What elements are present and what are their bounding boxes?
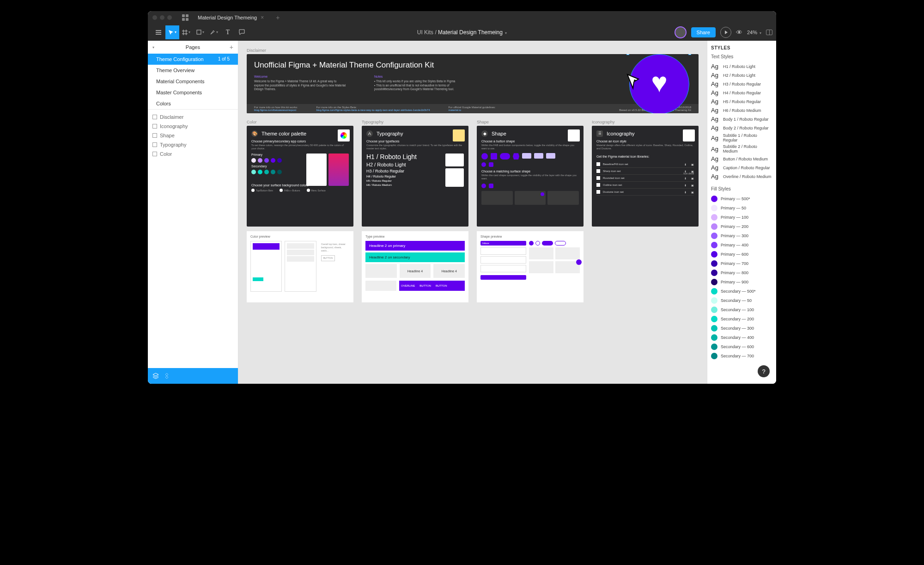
download-icon[interactable]: ⬇	[684, 163, 687, 166]
download-icon[interactable]: ⬇	[684, 184, 687, 187]
frame-label-disclaimer[interactable]: Disclaimer	[247, 48, 699, 53]
swatch-icon	[711, 288, 717, 295]
file-tab[interactable]: Material Design Themeing ×	[193, 12, 268, 24]
text-style-row[interactable]: AgH2 / Roboto Light	[711, 71, 772, 80]
fill-style-row[interactable]: Secondary — 200	[711, 314, 772, 324]
text-style-row[interactable]: AgH6 / Roboto Medium	[711, 106, 772, 115]
user-avatar[interactable]	[675, 26, 687, 38]
fill-style-row[interactable]: Primary — 200	[711, 222, 772, 231]
fill-style-row[interactable]: Secondary — 500*	[711, 287, 772, 296]
swatch-icon	[711, 297, 717, 304]
svg-point-1	[634, 80, 636, 81]
fill-style-row[interactable]: Secondary — 600	[711, 342, 772, 351]
layer-item-typography[interactable]: Typography	[148, 140, 238, 149]
frame-color[interactable]: 🎨Theme color palette Choose primary/seco…	[247, 126, 353, 227]
text-style-row[interactable]: AgCaption / Roboto Regular	[711, 163, 772, 172]
icon-glyph	[596, 162, 600, 166]
pen-tool[interactable]: ▾	[207, 25, 221, 39]
menu-button[interactable]	[152, 25, 165, 39]
fill-style-row[interactable]: Secondary — 700	[711, 351, 772, 361]
layers-icon[interactable]	[152, 373, 159, 379]
add-page-button[interactable]: +	[230, 43, 233, 51]
text-style-row[interactable]: AgSubtitle 2 / Roboto Medium	[711, 143, 772, 154]
breadcrumb[interactable]: UI Kits / Material Design Themeing ▾	[417, 29, 507, 36]
icon-set-row[interactable]: Duotone icon set⬇▣	[596, 189, 694, 196]
pages-header[interactable]: Pages +	[148, 41, 238, 54]
fill-style-row[interactable]: Secondary — 300	[711, 324, 772, 333]
layer-item-disclaimer[interactable]: Disclaimer	[148, 112, 238, 122]
fill-style-row[interactable]: Secondary — 400	[711, 333, 772, 342]
text-style-row[interactable]: AgSubtitle 1 / Roboto Regular	[711, 132, 772, 143]
fill-style-row[interactable]: Primary — 600	[711, 250, 772, 259]
text-style-row[interactable]: AgBody 2 / Roboto Regular	[711, 123, 772, 132]
text-style-row[interactable]: AgButton / Roboto Medium	[711, 154, 772, 163]
share-button[interactable]: Share	[691, 27, 716, 37]
home-grid-icon[interactable]	[182, 14, 188, 21]
icon-set-row[interactable]: Sharp icon set⬇▣	[596, 168, 694, 175]
open-icon[interactable]: ▣	[691, 190, 694, 194]
frame-label-typography[interactable]: Typography	[362, 120, 468, 124]
layer-item-iconography[interactable]: Iconography	[148, 122, 238, 131]
open-icon[interactable]: ▣	[691, 163, 694, 166]
icon-set-row[interactable]: Rounded icon set⬇▣	[596, 175, 694, 182]
fill-style-row[interactable]: Primary — 300	[711, 231, 772, 240]
page-item-colors[interactable]: Colors	[148, 98, 238, 109]
open-icon[interactable]: ▣	[691, 177, 694, 180]
frame-label-color[interactable]: Color	[247, 120, 353, 124]
move-tool[interactable]: ▾	[165, 25, 179, 39]
download-icon[interactable]: ⬇	[684, 190, 687, 194]
fill-style-row[interactable]: Primary — 900	[711, 277, 772, 287]
fill-style-row[interactable]: Secondary — 100	[711, 305, 772, 314]
shape-preview-icon	[568, 129, 580, 141]
icon-set-row[interactable]: Baseline/Fill icon set⬇▣	[596, 161, 694, 168]
frame-label-shape[interactable]: Shape	[477, 120, 584, 124]
page-item-master-components[interactable]: Master Components	[148, 87, 238, 98]
view-icon[interactable]: 👁	[736, 29, 742, 36]
fill-style-row[interactable]: Primary — 100	[711, 213, 772, 222]
library-icon[interactable]	[766, 30, 772, 35]
frame-tool[interactable]: ▾	[179, 25, 193, 39]
fill-style-row[interactable]: Primary — 500*	[711, 194, 772, 203]
download-icon[interactable]: ⬇	[684, 177, 687, 180]
text-style-row[interactable]: AgH3 / Roboto Regular	[711, 80, 772, 88]
frame-header[interactable]: Unofficial Figma + Material Theme Config…	[247, 54, 699, 113]
fill-style-row[interactable]: Primary — 400	[711, 240, 772, 250]
open-icon[interactable]: ▣	[691, 184, 694, 187]
text-style-row[interactable]: AgH1 / Roboto Light	[711, 62, 772, 71]
page-item-theme-configuration[interactable]: Theme Configuration1 of 5	[148, 54, 238, 65]
file-tab-title: Material Design Themeing	[198, 15, 257, 20]
swatch-icon	[711, 233, 717, 239]
icon-preview-icon	[683, 129, 695, 141]
frame-label-iconography[interactable]: Iconography	[592, 120, 699, 124]
comment-tool[interactable]	[235, 25, 249, 39]
page-item-material-components[interactable]: Material Components	[148, 76, 238, 87]
shape-tool[interactable]: ▾	[193, 25, 207, 39]
layer-item-color[interactable]: Color	[148, 149, 238, 159]
new-tab-button[interactable]: +	[273, 14, 282, 21]
help-button[interactable]: ?	[758, 365, 770, 377]
page-item-theme-overview[interactable]: Theme Overview	[148, 65, 238, 76]
preview-type[interactable]: Type preview Headline 2 on primary Headl…	[362, 231, 468, 302]
window-traffic-lights[interactable]	[152, 15, 172, 20]
text-style-row[interactable]: AgOverline / Roboto Medium	[711, 172, 772, 181]
preview-color[interactable]: Color preview	[247, 231, 353, 302]
text-style-row[interactable]: AgH5 / Roboto Regular	[711, 97, 772, 106]
text-style-row[interactable]: AgH4 / Roboto Regular	[711, 88, 772, 97]
frame-typography[interactable]: ATypography Choose your typefaces Custom…	[362, 126, 468, 227]
fill-style-row[interactable]: Primary — 700	[711, 259, 772, 268]
frame-shape[interactable]: ◆Shape Choose a button shape Within the …	[477, 126, 584, 227]
components-icon[interactable]	[164, 373, 170, 379]
fill-style-row[interactable]: Secondary — 50	[711, 296, 772, 305]
fill-style-row[interactable]: Primary — 50	[711, 203, 772, 213]
fill-style-row[interactable]: Primary — 800	[711, 268, 772, 277]
text-style-row[interactable]: AgBody 1 / Roboto Regular	[711, 115, 772, 123]
zoom-level[interactable]: 24% ▾	[747, 30, 761, 35]
preview-shape[interactable]: Shape preview Inbox	[477, 231, 584, 302]
present-button[interactable]	[720, 27, 731, 38]
frame-iconography[interactable]: ⠿Iconography Choose an icon style Materi…	[592, 126, 699, 227]
text-tool[interactable]: T	[221, 25, 235, 39]
close-tab-icon[interactable]: ×	[261, 14, 264, 21]
font-preview-icon	[453, 129, 465, 141]
icon-set-row[interactable]: Outline icon set⬇▣	[596, 182, 694, 189]
layer-item-shape[interactable]: Shape	[148, 131, 238, 140]
